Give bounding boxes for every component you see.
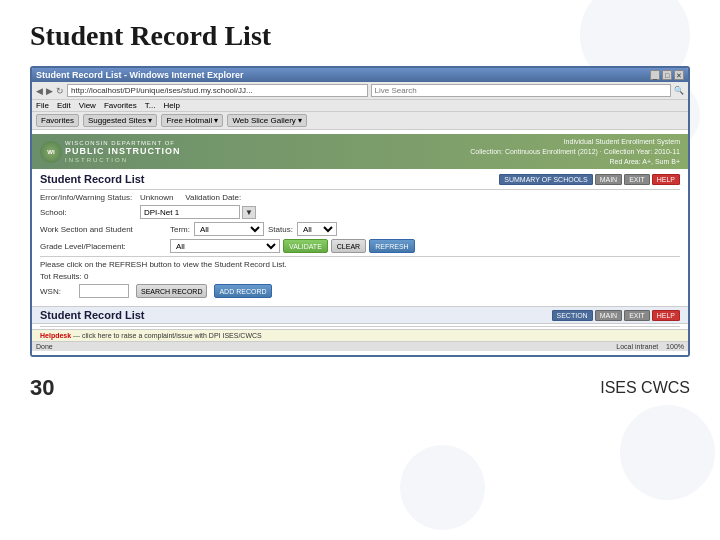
search-input[interactable] <box>371 84 672 97</box>
helpdesk-description: — <box>73 332 82 339</box>
menu-tools[interactable]: T... <box>145 101 156 110</box>
bottom-section-title: Student Record List <box>40 309 145 321</box>
browser-titlebar: Student Record List - Windows Internet E… <box>32 68 688 82</box>
wi-text-block: WISCONSIN DEPARTMENT OF PUBLIC INSTRUCTI… <box>65 140 181 163</box>
page-title: Student Record List <box>30 20 690 52</box>
refresh-browser-icon[interactable]: ↻ <box>56 86 64 96</box>
tot-results: Tot Results: 0 <box>40 272 680 281</box>
app-header: WI WISCONSIN DEPARTMENT OF PUBLIC INSTRU… <box>32 134 688 169</box>
suggested-sites-btn[interactable]: Suggested Sites ▾ <box>83 114 157 127</box>
browser-toolbar: Favorites Suggested Sites ▾ Free Hotmail… <box>32 112 688 130</box>
school-input[interactable] <box>140 205 240 219</box>
wsn-label: WSN: <box>40 287 75 296</box>
address-bar: ◀ ▶ ↻ 🔍 <box>32 82 688 100</box>
user-label: Red Area: A+, Sum B+ <box>470 157 680 167</box>
please-click-text: Please click on the REFRESH button to vi… <box>40 260 287 269</box>
logo-sub-text: INSTRUCTION <box>65 157 181 164</box>
exit-button-bottom[interactable]: EXIT <box>624 310 650 321</box>
separator-3 <box>40 326 680 327</box>
address-input[interactable] <box>67 84 368 97</box>
statusbar-done: Done <box>36 343 53 350</box>
inner-content: Student Record List SUMMARY OF SCHOOLS M… <box>32 169 688 306</box>
error-status-value: Unknown <box>140 193 173 202</box>
student-record-list-title: Student Record List <box>40 173 145 185</box>
search-record-button[interactable]: SEARCH RECORD <box>136 284 207 298</box>
main-button-top[interactable]: MAIN <box>595 174 623 185</box>
footer-page-number: 30 <box>30 375 54 401</box>
summary-of-schools-button[interactable]: SUMMARY OF SCHOOLS <box>499 174 592 185</box>
system-title: Individual Student Enrollment System <box>470 137 680 147</box>
menu-favorites[interactable]: Favorites <box>104 101 137 110</box>
web-slice-btn[interactable]: Web Slice Gallery ▾ <box>227 114 307 127</box>
browser-menubar: File Edit View Favorites T... Help <box>32 100 688 112</box>
bottom-header-buttons: SECTION MAIN EXIT HELP <box>552 310 680 321</box>
wsn-row: WSN: SEARCH RECORD ADD RECORD <box>40 284 680 298</box>
term-label: Term: <box>170 225 190 234</box>
page-footer: 30 ISES CWCS <box>0 367 720 401</box>
validation-date-label: Validation Date: <box>185 193 241 202</box>
footer-label: ISES CWCS <box>600 379 690 397</box>
back-icon[interactable]: ◀ <box>36 86 43 96</box>
error-status-row: Error/Info/Warning Status: Unknown Valid… <box>40 193 680 202</box>
clear-button[interactable]: CLEAR <box>331 239 366 253</box>
status-label: Status: <box>268 225 293 234</box>
favorites-toolbar-btn[interactable]: Favorites <box>36 114 79 127</box>
term-select[interactable]: All <box>194 222 264 236</box>
statusbar-intranet: Local intranet 100% <box>616 343 684 350</box>
browser-window-controls: _ □ ✕ <box>650 70 684 80</box>
menu-view[interactable]: View <box>79 101 96 110</box>
help-button-bottom[interactable]: HELP <box>652 310 680 321</box>
main-button-bottom[interactable]: MAIN <box>595 310 623 321</box>
work-section-label: Work Section and Student <box>40 225 170 234</box>
exit-button-top[interactable]: EXIT <box>624 174 650 185</box>
validate-button[interactable]: VALIDATE <box>283 239 328 253</box>
grade-level-select[interactable]: All <box>170 239 280 253</box>
bottom-section-header: Student Record List SECTION MAIN EXIT HE… <box>32 306 688 324</box>
forward-icon[interactable]: ▶ <box>46 86 53 96</box>
browser-title-text: Student Record List - Windows Internet E… <box>36 70 243 80</box>
separator-2 <box>40 256 680 257</box>
work-section-row: Work Section and Student Term: All Statu… <box>40 222 680 236</box>
error-status-label: Error/Info/Warning Status: <box>40 193 140 202</box>
collection-label: Collection: Continuous Enrollment (2012)… <box>470 147 680 157</box>
menu-edit[interactable]: Edit <box>57 101 71 110</box>
menu-help[interactable]: Help <box>163 101 179 110</box>
header-action-buttons: SUMMARY OF SCHOOLS MAIN EXIT HELP <box>499 174 680 185</box>
wi-seal-icon: WI <box>40 141 62 163</box>
search-icon[interactable]: 🔍 <box>674 86 684 95</box>
helpdesk-bar: Helpdesk — click here to raise a complai… <box>32 329 688 341</box>
browser-content: WI WISCONSIN DEPARTMENT OF PUBLIC INSTRU… <box>32 130 688 355</box>
browser-statusbar: Done Local intranet 100% <box>32 341 688 351</box>
add-record-button[interactable]: ADD RECORD <box>214 284 271 298</box>
app-header-info: Individual Student Enrollment System Col… <box>470 137 680 166</box>
school-label: School: <box>40 208 140 217</box>
browser-window: Student Record List - Windows Internet E… <box>30 66 690 357</box>
status-select[interactable]: All <box>297 222 337 236</box>
school-dropdown-icon[interactable]: ▼ <box>242 206 256 219</box>
wsn-input[interactable] <box>79 284 129 298</box>
refresh-button[interactable]: REFRESH <box>369 239 414 253</box>
close-button[interactable]: ✕ <box>674 70 684 80</box>
section-header: Student Record List SUMMARY OF SCHOOLS M… <box>40 173 680 185</box>
grade-level-label: Grade Level/Placement: <box>40 242 170 251</box>
helpdesk-desc-text: click here to raise a complaint/issue wi… <box>82 332 262 339</box>
free-hotmail-btn[interactable]: Free Hotmail ▾ <box>161 114 223 127</box>
minimize-button[interactable]: _ <box>650 70 660 80</box>
logo-main-text: PUBLIC INSTRUCTION <box>65 147 181 157</box>
helpdesk-link[interactable]: Helpdesk <box>40 332 71 339</box>
help-button-top[interactable]: HELP <box>652 174 680 185</box>
section-button-bottom[interactable]: SECTION <box>552 310 593 321</box>
menu-file[interactable]: File <box>36 101 49 110</box>
school-row: School: ▼ <box>40 205 680 219</box>
please-click-row: Please click on the REFRESH button to vi… <box>40 260 680 269</box>
wi-logo: WI WISCONSIN DEPARTMENT OF PUBLIC INSTRU… <box>40 140 181 163</box>
grade-level-row: Grade Level/Placement: All VALIDATE CLEA… <box>40 239 680 253</box>
separator-1 <box>40 189 680 190</box>
maximize-button[interactable]: □ <box>662 70 672 80</box>
